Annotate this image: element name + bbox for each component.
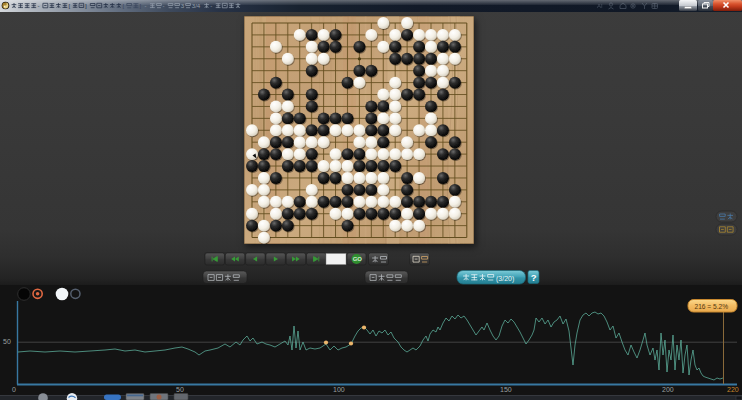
svg-text:3/4: 3/4 bbox=[192, 2, 201, 9]
svg-text:(3/20): (3/20) bbox=[496, 275, 514, 283]
svg-text:-: - bbox=[37, 2, 39, 9]
svg-text:]: ] bbox=[85, 2, 87, 9]
svg-text:-: - bbox=[163, 2, 165, 9]
svg-text:50: 50 bbox=[3, 338, 11, 345]
svg-text:220: 220 bbox=[727, 386, 739, 393]
svg-text:3: 3 bbox=[181, 2, 185, 9]
svg-text:200: 200 bbox=[662, 386, 674, 393]
svg-text:150: 150 bbox=[500, 386, 512, 393]
svg-text:]: ] bbox=[140, 2, 142, 9]
svg-text:-: - bbox=[210, 2, 212, 9]
svg-text:?: ? bbox=[531, 272, 537, 283]
svg-text:216 = 5.2%: 216 = 5.2% bbox=[695, 303, 729, 310]
svg-text:0: 0 bbox=[12, 386, 16, 393]
svg-text:[: [ bbox=[69, 2, 71, 9]
svg-text:[: [ bbox=[122, 2, 124, 9]
svg-text:AI: AI bbox=[597, 3, 603, 9]
svg-text:100: 100 bbox=[333, 386, 345, 393]
svg-text:-: - bbox=[144, 2, 146, 9]
svg-text:50: 50 bbox=[176, 386, 184, 393]
svg-text:GO: GO bbox=[353, 256, 363, 262]
